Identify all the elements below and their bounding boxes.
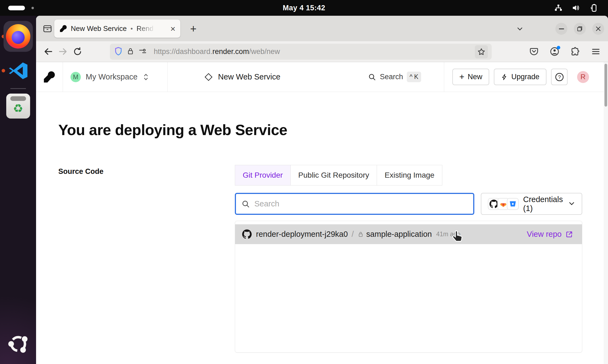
url-path: /web/new (249, 47, 280, 56)
render-dashboard-page: M My Workspace New Web Service Search ^ … (36, 62, 608, 364)
dock-vscode[interactable] (6, 58, 31, 83)
page-title: New Web Service (218, 72, 280, 81)
reload-icon[interactable] (71, 45, 84, 58)
render-logo[interactable] (36, 62, 63, 92)
app-header: M My Workspace New Web Service Search ^ … (36, 62, 608, 92)
dock: ♻ (0, 16, 36, 364)
page-scrollbar (604, 62, 608, 364)
lock-icon[interactable] (127, 47, 134, 57)
source-tabs: Git Provider Public Git Repository Exist… (235, 165, 442, 186)
lightning-icon (501, 73, 508, 81)
search-shortcut-badge: ^ K (407, 72, 421, 82)
question-glyph: ? (558, 74, 561, 80)
tab-title-truncated: Rend (137, 24, 157, 33)
tab-strip: New Web Service • Rend × + (36, 16, 608, 41)
firefox-icon (6, 24, 30, 49)
tab-public-git-repository[interactable]: Public Git Repository (291, 165, 377, 185)
new-button-label: New (468, 73, 482, 81)
credentials-label: Credentials (1) (523, 195, 568, 213)
volume-icon[interactable] (571, 4, 580, 12)
repo-search-icon (241, 200, 250, 208)
view-repo-link[interactable]: View repo (527, 230, 573, 239)
workspace-avatar: M (71, 72, 81, 82)
source-code-label: Source Code (58, 167, 104, 176)
search-icon (368, 73, 376, 81)
credentials-dropdown[interactable]: Credentials (1) (481, 193, 582, 215)
network-icon[interactable] (554, 4, 563, 12)
render-favicon (60, 25, 67, 32)
repo-github-icon (242, 229, 252, 239)
workspace-indicator-dot (31, 7, 34, 9)
repo-search-box (235, 193, 474, 215)
minimize-button[interactable] (555, 23, 567, 35)
global-search[interactable]: Search ^ K (368, 72, 421, 82)
vscode-icon (7, 60, 29, 82)
repo-updated: 41m ago (436, 231, 460, 238)
repo-name: sample-application (366, 230, 432, 239)
plus-icon: + (459, 72, 465, 82)
navigation-bar: https://dashboard.render.com/web/new (36, 41, 608, 62)
tab-title: New Web Service (71, 24, 127, 33)
tab-existing-image[interactable]: Existing Image (377, 165, 442, 185)
tab-git-provider[interactable]: Git Provider (235, 165, 291, 185)
tab-close-icon[interactable]: × (170, 24, 175, 33)
permissions-icon[interactable] (138, 47, 147, 57)
repo-row[interactable]: render-deployment-j29ka0 / sample-applic… (235, 224, 582, 244)
workspace-name: My Workspace (86, 72, 137, 81)
credentials-chevron-icon (568, 199, 576, 209)
close-button[interactable] (592, 23, 604, 35)
dock-firefox[interactable] (4, 21, 33, 52)
repo-list-panel: render-deployment-j29ka0 / sample-applic… (235, 221, 582, 353)
external-link-icon (565, 230, 573, 238)
url-bar[interactable]: https://dashboard.render.com/web/new (110, 44, 492, 60)
dock-trash[interactable]: ♻ (6, 94, 30, 119)
menu-icon[interactable] (590, 45, 602, 58)
new-button[interactable]: + New (452, 69, 489, 85)
url-text: https://dashboard.render.com/web/new (154, 47, 280, 56)
bitbucket-icon (507, 198, 519, 210)
sidebar-toggle-icon[interactable] (41, 23, 53, 35)
ubuntu-logo[interactable] (7, 332, 30, 356)
url-domain: render.com (212, 47, 249, 56)
service-diamond-icon (204, 73, 213, 81)
url-prefix: https://dashboard. (154, 47, 212, 56)
vscode-running-dot (2, 69, 5, 72)
firefox-window: New Web Service • Rend × + (36, 16, 608, 364)
new-tab-button[interactable]: + (187, 23, 199, 35)
system-bar: May 4 15:42 (0, 0, 608, 16)
deploy-heading: You are deploying a Web Service (58, 121, 287, 139)
account-notification-dot (557, 46, 560, 49)
search-label: Search (380, 73, 403, 81)
help-button[interactable]: ? (551, 69, 568, 85)
tracking-shield-icon[interactable] (114, 47, 123, 57)
workspace-indicator-pill[interactable] (8, 6, 25, 10)
clock[interactable]: May 4 15:42 (283, 4, 325, 12)
trash-lid (10, 96, 26, 101)
bookmark-star-icon[interactable] (475, 45, 488, 58)
user-avatar[interactable]: R (577, 71, 589, 83)
battery-charging-icon[interactable] (588, 3, 598, 12)
forward-icon[interactable] (57, 45, 69, 58)
restore-button[interactable] (574, 23, 586, 35)
repo-search-input[interactable] (254, 199, 468, 208)
back-icon[interactable] (42, 45, 55, 58)
dock-divider (10, 88, 26, 89)
pocket-icon[interactable] (528, 45, 540, 58)
browser-tab-active[interactable]: New Web Service • Rend × (54, 20, 180, 38)
workspace-selector[interactable]: M My Workspace (63, 62, 167, 92)
upgrade-button[interactable]: Upgrade (494, 69, 546, 85)
repo-separator: / (352, 230, 354, 239)
recycle-icon: ♻ (13, 103, 23, 114)
tab-separator: • (130, 25, 133, 33)
repo-owner: render-deployment-j29ka0 (256, 230, 348, 239)
account-icon[interactable] (548, 45, 561, 58)
extensions-icon[interactable] (569, 45, 581, 58)
private-repo-lock-icon (358, 231, 364, 238)
tab-list-chevron-icon[interactable] (514, 23, 526, 35)
workspace-chevron-icon (142, 73, 149, 81)
upgrade-button-label: Upgrade (511, 73, 539, 81)
scrollbar-thumb[interactable] (604, 64, 607, 107)
view-repo-label: View repo (527, 230, 562, 239)
